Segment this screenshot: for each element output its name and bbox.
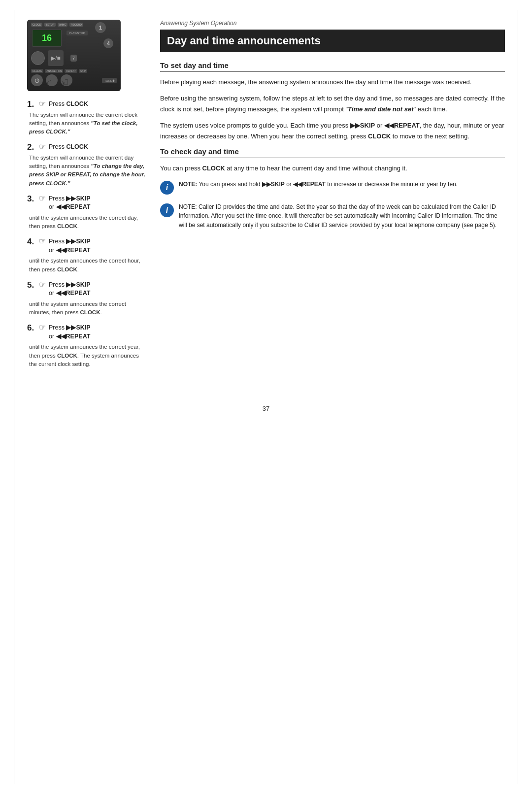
step-4: 4. ☞ Press ▶▶SKIP or ◀◀REPEAT until the … — [27, 237, 145, 274]
step-4-hand-icon: ☞ — [39, 236, 46, 246]
step-2: 2. ☞ Press CLOCK The system will announc… — [27, 143, 145, 188]
step-2-hand-icon: ☞ — [39, 142, 46, 151]
section-label: Answering System Operation — [160, 20, 505, 27]
step-2-number: 2. — [27, 143, 36, 151]
step-5-description: until the system announces the cor­rect … — [27, 300, 145, 317]
step-2-instruction: Press CLOCK — [49, 143, 88, 152]
step-3-hand-icon: ☞ — [39, 194, 46, 203]
step-2-description: The system will announce the cur­rent da… — [27, 154, 145, 188]
step-6-hand-icon: ☞ — [39, 323, 46, 332]
step-4-description: until the system announces the cor­rect … — [27, 257, 145, 274]
step-6-instruction-or: or ◀◀REPEAT — [49, 332, 91, 341]
device-badge-1: 1 — [95, 22, 106, 33]
step-3-instruction-or: or ◀◀REPEAT — [49, 203, 91, 212]
step-5-number: 5. — [27, 281, 36, 289]
subsection-title-set: To set day and time — [160, 61, 505, 72]
step-4-instruction-skip: Press ▶▶SKIP — [49, 237, 91, 246]
step-6: 6. ☞ Press ▶▶SKIP or ◀◀REPEAT until the … — [27, 324, 145, 368]
step-5-hand-icon: ☞ — [39, 280, 46, 289]
note-text-2: NOTE: Caller ID provides the time and da… — [179, 202, 505, 230]
page-number: 37 — [0, 395, 532, 422]
left-column: CLOCK SETUP ANNC RECORD 16 1 PLAY/STOP 4… — [27, 20, 145, 375]
step-3: 3. ☞ Press ▶▶SKIP or ◀◀REPEAT until the … — [27, 195, 145, 231]
device-screen: 16 — [32, 30, 62, 47]
step-6-instruction-skip: Press ▶▶SKIP — [49, 324, 91, 332]
right-column: Answering System Operation Day and time … — [160, 20, 505, 375]
step-3-description: until the system announces the cor­rect … — [27, 214, 145, 231]
page-title: Day and time announcements — [160, 30, 505, 52]
note-block-2: i NOTE: Caller ID provides the time and … — [160, 202, 505, 230]
info-icon-2: i — [160, 203, 174, 217]
step-5-instruction-skip: Press ▶▶SKIP — [49, 281, 91, 290]
hand-icon-right: ☞ — [59, 76, 69, 89]
step-3-number: 3. — [27, 195, 36, 203]
step-3-instruction-skip: Press ▶▶SKIP — [49, 195, 91, 203]
step-5-instruction-or: or ◀◀REPEAT — [49, 289, 91, 298]
step-6-description: until the system announces the cor­rect … — [27, 343, 145, 368]
page-border-right — [518, 10, 518, 784]
step-6-number: 6. — [27, 324, 36, 332]
step-4-number: 4. — [27, 237, 36, 246]
hand-icon-left: ☞ — [42, 76, 52, 89]
body-voice-prompts: The system uses voice prompts to guide y… — [160, 120, 505, 141]
step-4-instruction-or: or ◀◀REPEAT — [49, 246, 91, 255]
note-block-1: i NOTE: You can press and hold ▶▶SKIP or… — [160, 180, 505, 195]
note-text-1: NOTE: You can press and hold ▶▶SKIP or ◀… — [179, 180, 458, 189]
info-icon-1: i — [160, 181, 174, 195]
page-border-left — [14, 10, 14, 784]
device-mid-controls: ▶/■ 7 — [31, 50, 117, 66]
device-image: CLOCK SETUP ANNC RECORD 16 1 PLAY/STOP 4… — [27, 20, 121, 91]
step-5: 5. ☞ Press ▶▶SKIP or ◀◀REPEAT until the … — [27, 281, 145, 317]
subsection-title-check: To check day and time — [160, 147, 505, 158]
step-1-number: 1. — [27, 100, 36, 108]
step-1-hand-icon: ☞ — [39, 99, 46, 108]
device-bottom-buttons: DELETE ANSWER ON REPEAT SKIP — [31, 69, 117, 73]
step-1: 1. ☞ Press CLOCK The system will announc… — [27, 100, 145, 136]
body-intro1: Before playing each message, the answeri… — [160, 77, 505, 87]
body-check-text: You can press CLOCK at any time to hear … — [160, 163, 505, 173]
body-intro2: Before using the answering system, follo… — [160, 93, 505, 114]
step-1-instruction: Press CLOCK — [49, 100, 88, 109]
step-1-description: The system will announce the cur­rent cl… — [27, 111, 145, 136]
device-play-stop: PLAY/STOP — [66, 31, 88, 35]
